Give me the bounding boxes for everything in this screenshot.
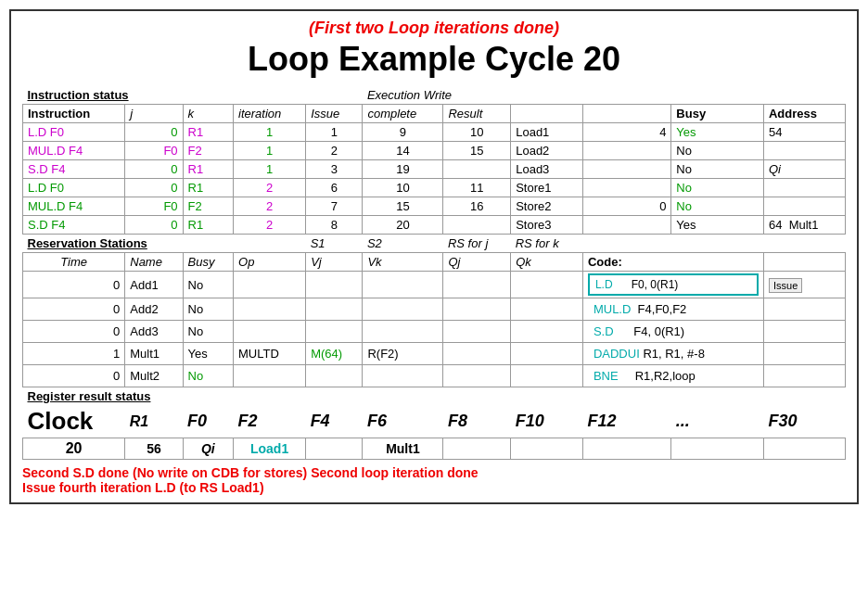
rs-label: Reservation Stations — [23, 235, 306, 253]
clock-header-row: Clock R1 F0 F2 F4 F6 F8 F10 F12 ... F30 — [23, 405, 846, 438]
col-write: Result — [443, 105, 511, 123]
col-j: j — [125, 105, 183, 123]
col-address: Address — [763, 105, 845, 123]
f2-val — [306, 438, 363, 460]
col-exec: complete — [363, 105, 443, 123]
f12-val — [671, 438, 764, 460]
col-busy: Busy — [671, 105, 764, 123]
col-iteration: iteration — [234, 105, 306, 123]
col-instruction: Instruction — [23, 105, 125, 123]
subtitle: (First two Loop iterations done) — [22, 19, 846, 38]
rs-row-add3: 0 Add3 No S.D F4, 0(R1) — [23, 321, 846, 343]
rs-row-add2: 0 Add2 No MUL.D F4,F0,F2 — [23, 298, 846, 321]
rsj-label: RS for j — [443, 235, 511, 253]
values-row: 20 56 Qi Load1 Mult1 — [23, 438, 846, 460]
r1-label: R1 — [125, 405, 183, 438]
code-bne: BNE R1,R2,loop — [588, 367, 759, 385]
table-row: MUL.D F4 F0 F2 1 2 14 15 Load2 No — [23, 142, 846, 160]
code-daddui: DADDUI R1, R1, #-8 — [588, 345, 759, 362]
register-status-header-row: Register result status — [23, 387, 846, 406]
code-header: Code: — [582, 253, 763, 272]
table-row: MUL.D F4 F0 F2 2 7 15 16 Store2 0 No — [23, 197, 846, 216]
rs-col-headers: Time Name Busy Op Vj Vk Qj Qk Code: — [23, 253, 846, 272]
instruction-status-label: Instruction status — [23, 86, 306, 105]
f30-val — [763, 438, 845, 460]
s2-label: S2 — [363, 235, 443, 253]
rs-row-mult1: 1 Mult1 Yes MULTD M(64) R(F2) DADDUI R1,… — [23, 343, 846, 365]
rsk-label: RS for k — [511, 235, 583, 253]
execution-header: Execution Write — [363, 86, 511, 105]
clock-label: Clock — [23, 405, 125, 438]
register-status-label: Register result status — [23, 387, 846, 406]
rs-header-row: Reservation Stations S1 S2 RS for j RS f… — [23, 235, 846, 253]
s1-label: S1 — [306, 235, 363, 253]
code-sd: S.D F4, 0(R1) — [588, 323, 759, 340]
f0-val: Load1 — [234, 438, 306, 460]
f4-val: Mult1 — [363, 438, 443, 460]
main-table: Instruction status Execution Write Instr… — [22, 86, 846, 460]
page: (First two Loop iterations done) Loop Ex… — [9, 9, 859, 504]
code-ld: L.D F0, 0(R1) — [588, 273, 759, 296]
table-row: L.D F0 0 R1 1 1 9 10 Load1 4 Yes 54 — [23, 123, 846, 142]
table-row: S.D F4 0 R1 2 8 20 Store3 Yes 64 Mult1 — [23, 216, 846, 235]
f6-val — [443, 438, 511, 460]
col-ls-name — [511, 105, 583, 123]
col-ls-num — [582, 105, 670, 123]
qi-label: Qi — [183, 438, 233, 460]
bottom-line2: Issue fourth iteration L.D (to RS Load1) — [22, 480, 846, 495]
col-issue: Issue — [306, 105, 363, 123]
instr-1: L.D — [28, 125, 46, 139]
clock-val: 20 — [23, 438, 125, 460]
issue-label: Issue — [769, 278, 802, 293]
f8-val — [511, 438, 583, 460]
table-row: S.D F4 0 R1 1 3 19 Load3 No Qi — [23, 160, 846, 179]
rs-row-add1: 0 Add1 No L.D F0, 0(R1) Issue — [23, 272, 846, 298]
bottom-line1: Second S.D done (No write on CDB for sto… — [22, 465, 846, 480]
f10-val — [582, 438, 670, 460]
bottom-note: Second S.D done (No write on CDB for sto… — [22, 465, 846, 495]
table-row: L.D F0 0 R1 2 6 10 11 Store1 No — [23, 179, 846, 197]
rs-row-mult2: 0 Mult2 No BNE R1,R2,loop — [23, 365, 846, 387]
col-k: k — [183, 105, 233, 123]
code-muld: MUL.D F4,F0,F2 — [588, 300, 759, 318]
r1-val: 56 — [125, 438, 183, 460]
title: Loop Example Cycle 20 — [22, 40, 846, 79]
